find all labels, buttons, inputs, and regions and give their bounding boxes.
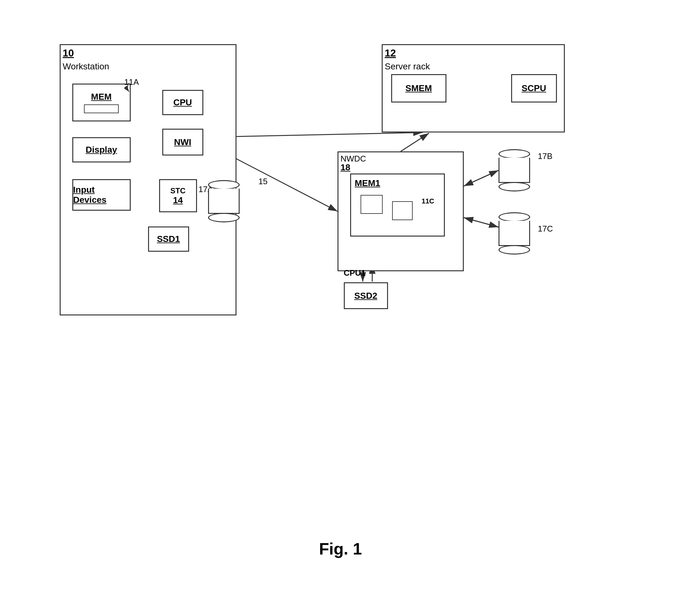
display-label: Display	[85, 145, 117, 155]
server-rack-label: Server rack	[385, 61, 430, 72]
svg-line-12	[401, 133, 429, 152]
smem-label: SMEM	[405, 83, 432, 93]
label-11c: 11C	[422, 197, 434, 205]
stc-label: STC	[171, 186, 186, 195]
cylinder-17b	[499, 148, 530, 192]
diagram: 10 Workstation MEM 11A CPU Display Input…	[41, 25, 640, 530]
server-rack-number: 12	[385, 47, 396, 59]
label-17c: 17C	[538, 224, 553, 234]
nwi-box: NWI	[162, 129, 203, 156]
workstation-number: 10	[63, 47, 74, 59]
cpu-label: CPU	[173, 98, 192, 108]
ssd2-label: SSD2	[354, 291, 377, 301]
mem-box: MEM	[72, 84, 131, 122]
input-devices-label: Input Devices	[73, 185, 130, 205]
scpu-box: SCPU	[511, 74, 557, 103]
svg-line-21	[464, 218, 499, 227]
label-15: 15	[258, 177, 268, 186]
mem1-box: MEM1 11C	[350, 173, 445, 237]
ssd1-box: SSD1	[148, 226, 189, 252]
svg-line-11	[204, 132, 423, 137]
svg-line-22	[464, 218, 499, 227]
display-box: Display	[72, 137, 131, 162]
smem-box: SMEM	[391, 74, 447, 103]
workstation-label: Workstation	[63, 61, 109, 72]
svg-line-20	[464, 170, 499, 186]
mem1-label: MEM1	[355, 178, 380, 188]
mem-label: MEM	[91, 92, 111, 102]
label-17b: 17B	[538, 152, 553, 161]
svg-line-19	[464, 170, 499, 186]
local-storage-cylinder	[208, 179, 239, 223]
figure-label: Fig. 1	[319, 539, 362, 558]
cylinder-17c	[499, 211, 530, 256]
nwdc-number: 18	[340, 162, 350, 172]
stc-number: 14	[173, 195, 183, 205]
stc-box: STC 14	[159, 179, 197, 212]
scpu-label: SCPU	[522, 83, 546, 93]
nwi-label: NWI	[174, 137, 191, 147]
cpu1-label: CPU1	[344, 268, 365, 278]
cpu-box: CPU	[162, 90, 203, 115]
label-11a: 11A	[124, 77, 139, 87]
ssd2-box: SSD2	[344, 282, 388, 309]
ssd1-label: SSD1	[157, 234, 180, 244]
input-devices-box: Input Devices	[72, 179, 131, 211]
